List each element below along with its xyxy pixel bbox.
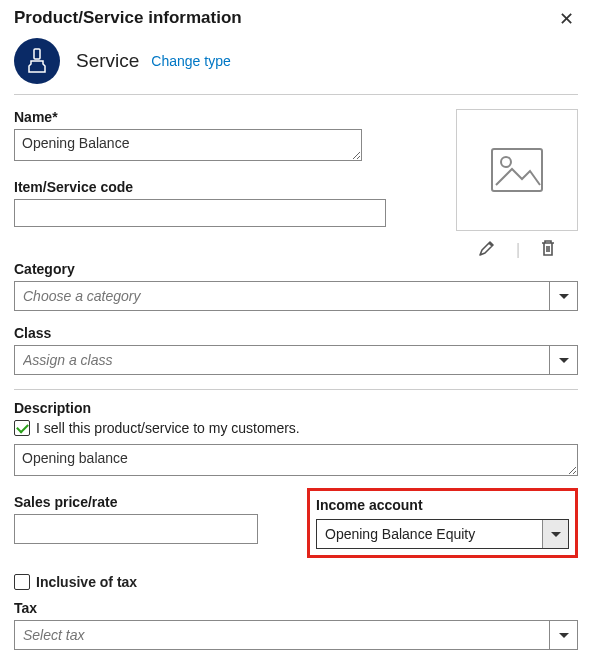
svg-point-2 (501, 157, 511, 167)
category-input[interactable] (15, 282, 549, 310)
type-row: Service Change type (14, 34, 578, 95)
tax-label: Tax (14, 600, 578, 616)
class-dropdown[interactable] (14, 345, 578, 375)
income-account-label: Income account (316, 497, 569, 513)
chevron-down-icon[interactable] (549, 621, 577, 649)
inclusive-tax-checkbox[interactable] (14, 574, 30, 590)
image-action-divider: | (516, 241, 520, 259)
income-account-input[interactable] (317, 520, 542, 548)
svg-rect-1 (492, 149, 542, 191)
class-label: Class (14, 325, 578, 341)
category-dropdown[interactable] (14, 281, 578, 311)
tax-dropdown[interactable] (14, 620, 578, 650)
income-account-highlight: Income account (307, 488, 578, 558)
svg-rect-0 (34, 49, 40, 59)
chevron-down-icon[interactable] (549, 346, 577, 374)
service-icon (14, 38, 60, 84)
income-account-dropdown[interactable] (316, 519, 569, 549)
change-type-link[interactable]: Change type (151, 53, 230, 69)
edit-image-icon[interactable] (478, 239, 496, 261)
type-label: Service (76, 50, 139, 72)
sell-checkbox[interactable] (14, 420, 30, 436)
price-label: Sales price/rate (14, 494, 285, 510)
image-placeholder[interactable] (456, 109, 578, 231)
name-label: Name* (14, 109, 440, 125)
class-input[interactable] (15, 346, 549, 374)
code-input[interactable] (14, 199, 386, 227)
inclusive-tax-label: Inclusive of tax (36, 574, 137, 590)
price-input[interactable] (14, 514, 258, 544)
chevron-down-icon[interactable] (542, 520, 568, 548)
name-input[interactable]: Opening Balance (14, 129, 362, 161)
sell-checkbox-label: I sell this product/service to my custom… (36, 420, 300, 436)
dialog-title: Product/Service information (14, 8, 242, 28)
category-label: Category (14, 261, 578, 277)
delete-image-icon[interactable] (540, 239, 556, 261)
close-icon[interactable]: ✕ (555, 8, 578, 30)
tax-input[interactable] (15, 621, 549, 649)
chevron-down-icon[interactable] (549, 282, 577, 310)
description-input[interactable]: Opening balance (14, 444, 578, 476)
description-label: Description (14, 400, 578, 416)
code-label: Item/Service code (14, 179, 440, 195)
divider (14, 389, 578, 390)
